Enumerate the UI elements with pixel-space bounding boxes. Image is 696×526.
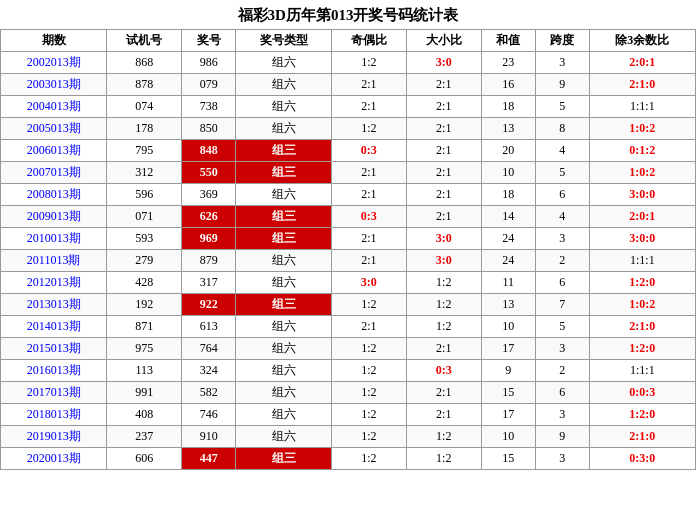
cell-odd-ratio: 1:2 <box>331 404 406 426</box>
cell-span: 5 <box>535 162 589 184</box>
cell-mod-ratio: 3:0:0 <box>589 184 695 206</box>
cell-trial: 606 <box>107 448 182 470</box>
cell-period: 2017013期 <box>1 382 107 404</box>
cell-trial: 593 <box>107 228 182 250</box>
cell-odd-ratio: 1:2 <box>331 426 406 448</box>
cell-period: 2007013期 <box>1 162 107 184</box>
table-row: 2002013期868986组六1:23:02332:0:1 <box>1 52 696 74</box>
table-row: 2005013期178850组六1:22:11381:0:2 <box>1 118 696 140</box>
cell-sum: 13 <box>481 294 535 316</box>
cell-size-ratio: 2:1 <box>406 382 481 404</box>
table-row: 2009013期071626组三0:32:11442:0:1 <box>1 206 696 228</box>
cell-mod-ratio: 1:0:2 <box>589 294 695 316</box>
cell-prize: 582 <box>182 382 236 404</box>
cell-type: 组六 <box>236 426 332 448</box>
cell-span: 2 <box>535 360 589 382</box>
cell-sum: 10 <box>481 316 535 338</box>
table-row: 2003013期878079组六2:12:11692:1:0 <box>1 74 696 96</box>
cell-odd-ratio: 2:1 <box>331 184 406 206</box>
col-size: 大小比 <box>406 30 481 52</box>
cell-mod-ratio: 1:2:0 <box>589 404 695 426</box>
cell-mod-ratio: 1:1:1 <box>589 250 695 272</box>
cell-span: 3 <box>535 448 589 470</box>
cell-prize: 738 <box>182 96 236 118</box>
cell-sum: 10 <box>481 426 535 448</box>
cell-prize: 079 <box>182 74 236 96</box>
cell-period: 2014013期 <box>1 316 107 338</box>
col-sum: 和值 <box>481 30 535 52</box>
cell-trial: 074 <box>107 96 182 118</box>
cell-type: 组六 <box>236 184 332 206</box>
table-row: 2007013期312550组三2:12:11051:0:2 <box>1 162 696 184</box>
cell-span: 6 <box>535 272 589 294</box>
cell-trial: 178 <box>107 118 182 140</box>
cell-period: 2009013期 <box>1 206 107 228</box>
cell-span: 5 <box>535 316 589 338</box>
cell-prize: 764 <box>182 338 236 360</box>
cell-sum: 10 <box>481 162 535 184</box>
cell-odd-ratio: 0:3 <box>331 140 406 162</box>
table-row: 2019013期237910组六1:21:21092:1:0 <box>1 426 696 448</box>
cell-trial: 192 <box>107 294 182 316</box>
col-prize: 奖号 <box>182 30 236 52</box>
cell-span: 3 <box>535 52 589 74</box>
cell-trial: 868 <box>107 52 182 74</box>
cell-size-ratio: 2:1 <box>406 74 481 96</box>
cell-span: 4 <box>535 206 589 228</box>
cell-mod-ratio: 3:0:0 <box>589 228 695 250</box>
cell-trial: 428 <box>107 272 182 294</box>
cell-odd-ratio: 1:2 <box>331 52 406 74</box>
cell-sum: 17 <box>481 338 535 360</box>
cell-period: 2004013期 <box>1 96 107 118</box>
cell-period: 2019013期 <box>1 426 107 448</box>
cell-prize: 850 <box>182 118 236 140</box>
table-row: 2008013期596369组六2:12:11863:0:0 <box>1 184 696 206</box>
table-row: 2011013期279879组六2:13:02421:1:1 <box>1 250 696 272</box>
cell-mod-ratio: 2:0:1 <box>589 206 695 228</box>
cell-prize: 369 <box>182 184 236 206</box>
cell-prize: 550 <box>182 162 236 184</box>
cell-trial: 312 <box>107 162 182 184</box>
table-header: 期数 试机号 奖号 奖号类型 奇偶比 大小比 和值 跨度 除3余数比 <box>1 30 696 52</box>
cell-sum: 24 <box>481 250 535 272</box>
cell-period: 2011013期 <box>1 250 107 272</box>
cell-trial: 237 <box>107 426 182 448</box>
cell-size-ratio: 2:1 <box>406 206 481 228</box>
cell-size-ratio: 2:1 <box>406 184 481 206</box>
cell-odd-ratio: 3:0 <box>331 272 406 294</box>
table-row: 2018013期408746组六1:22:11731:2:0 <box>1 404 696 426</box>
cell-size-ratio: 2:1 <box>406 338 481 360</box>
cell-trial: 113 <box>107 360 182 382</box>
col-type: 奖号类型 <box>236 30 332 52</box>
cell-odd-ratio: 2:1 <box>331 96 406 118</box>
cell-mod-ratio: 2:1:0 <box>589 316 695 338</box>
cell-sum: 23 <box>481 52 535 74</box>
cell-odd-ratio: 1:2 <box>331 382 406 404</box>
cell-size-ratio: 2:1 <box>406 404 481 426</box>
cell-period: 2003013期 <box>1 74 107 96</box>
table-row: 2017013期991582组六1:22:11560:0:3 <box>1 382 696 404</box>
cell-type: 组六 <box>236 382 332 404</box>
cell-span: 2 <box>535 250 589 272</box>
cell-sum: 18 <box>481 184 535 206</box>
cell-span: 8 <box>535 118 589 140</box>
cell-period: 2016013期 <box>1 360 107 382</box>
cell-sum: 18 <box>481 96 535 118</box>
cell-type: 组六 <box>236 118 332 140</box>
cell-mod-ratio: 1:0:2 <box>589 118 695 140</box>
cell-trial: 991 <box>107 382 182 404</box>
cell-type: 组六 <box>236 96 332 118</box>
cell-period: 2018013期 <box>1 404 107 426</box>
table-row: 2015013期975764组六1:22:11731:2:0 <box>1 338 696 360</box>
cell-prize: 922 <box>182 294 236 316</box>
cell-type: 组六 <box>236 250 332 272</box>
cell-period: 2015013期 <box>1 338 107 360</box>
table-row: 2020013期606447组三1:21:21530:3:0 <box>1 448 696 470</box>
cell-type: 组三 <box>236 206 332 228</box>
cell-sum: 17 <box>481 404 535 426</box>
cell-span: 5 <box>535 96 589 118</box>
cell-mod-ratio: 1:2:0 <box>589 338 695 360</box>
cell-type: 组六 <box>236 338 332 360</box>
table-row: 2006013期795848组三0:32:12040:1:2 <box>1 140 696 162</box>
cell-trial: 408 <box>107 404 182 426</box>
